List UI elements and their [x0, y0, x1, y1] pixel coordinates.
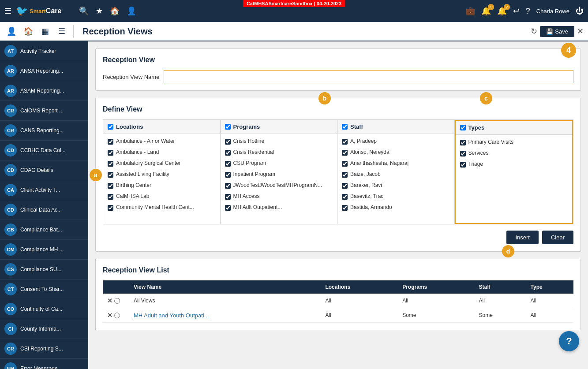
staff-checkbox-1[interactable] — [342, 150, 348, 156]
profile-icon[interactable]: 👤 — [127, 6, 136, 16]
row-name-link-1[interactable]: MH Adult and Youth Outpati... — [134, 312, 209, 319]
list-item[interactable]: Ananthashesha, Nagaraj — [337, 158, 454, 169]
sidebar-item-client-activity[interactable]: CA Client Activity T... — [0, 180, 88, 200]
list-item[interactable]: MH Adlt Outpatient... — [221, 202, 337, 213]
prog-checkbox-0[interactable] — [225, 139, 231, 145]
list-item[interactable]: Primary Care Visits — [456, 137, 573, 148]
staff-checkbox-5[interactable] — [342, 194, 348, 200]
types-all-checkbox[interactable] — [460, 125, 466, 130]
delete-row-1[interactable]: ✕ — [107, 312, 112, 319]
sidebar-item-ccbhc[interactable]: CD CCBHC Data Col... — [0, 141, 88, 160]
col-header-programs: Programs — [398, 280, 474, 294]
sidebar-item-cans[interactable]: CR CANS Reporting... — [0, 121, 88, 141]
loc-checkbox-1[interactable] — [108, 150, 113, 156]
notification-icon-2[interactable]: 🔔 2 — [497, 6, 507, 16]
insert-button[interactable]: Insert — [506, 231, 539, 244]
staff-checkbox-2[interactable] — [342, 161, 348, 167]
loc-checkbox-6[interactable] — [108, 205, 113, 211]
favorites-icon[interactable]: ★ — [96, 6, 103, 16]
list-item[interactable]: JWoodTestJWoodTestMHProgramN... — [221, 180, 337, 191]
help-icon[interactable]: ? — [526, 7, 530, 16]
search-icon[interactable]: 🔍 — [79, 6, 89, 16]
sidebar-item-csi[interactable]: CR CSI Reporting S... — [0, 339, 88, 359]
staff-checkbox-3[interactable] — [342, 172, 348, 178]
sidebar-item-compliance-mh[interactable]: CM Compliance MH ... — [0, 240, 88, 260]
list-item[interactable]: Baraker, Ravi — [337, 180, 454, 191]
sidebar-item-cdag[interactable]: CD CDAG Details — [0, 160, 88, 180]
prog-checkbox-3[interactable] — [225, 172, 231, 178]
nav-list-icon[interactable]: ☰ — [55, 24, 69, 38]
help-fab-button[interactable]: ? — [559, 331, 579, 351]
nav-person-icon[interactable]: 👤 — [4, 24, 19, 38]
notification-icon-1[interactable]: 🔔 1 — [481, 6, 491, 16]
loc-checkbox-0[interactable] — [108, 139, 113, 145]
type-checkbox-2[interactable] — [460, 162, 466, 168]
loc-checkbox-3[interactable] — [108, 172, 113, 178]
loc-checkbox-5[interactable] — [108, 194, 113, 200]
list-item[interactable]: Triage — [456, 159, 573, 170]
prog-checkbox-2[interactable] — [225, 161, 231, 167]
save-button[interactable]: 💾 Save — [540, 26, 574, 37]
sidebar-item-clinical[interactable]: CD Clinical Data Ac... — [0, 200, 88, 220]
sidebar-item-consent[interactable]: CT Consent To Shar... — [0, 280, 88, 299]
nav-grid-icon[interactable]: ▦ — [38, 24, 52, 38]
sidebar-item-error[interactable]: EM Error Messsage ... — [0, 359, 88, 369]
hamburger-menu[interactable]: ☰ — [4, 6, 11, 16]
type-checkbox-0[interactable] — [460, 140, 466, 145]
user-name[interactable]: Charla Rowe — [536, 8, 569, 15]
row-locations-1: All — [321, 308, 398, 323]
list-item[interactable]: Services — [456, 148, 573, 159]
prog-checkbox-4[interactable] — [225, 183, 231, 189]
programs-all-checkbox[interactable] — [225, 124, 231, 130]
list-item[interactable]: Ambulance - Air or Water — [103, 136, 220, 147]
list-item[interactable]: Ambulance - Land — [103, 147, 220, 158]
clear-button[interactable]: Clear — [542, 231, 573, 244]
list-item[interactable]: MH Access — [221, 191, 337, 202]
staff-checkbox-0[interactable] — [342, 139, 348, 145]
list-item[interactable]: Inpatient Program — [221, 169, 337, 180]
list-item[interactable]: CalMHSA Lab — [103, 191, 220, 202]
loc-checkbox-4[interactable] — [108, 183, 113, 189]
list-item[interactable]: Crisis Hotline — [221, 136, 337, 147]
list-item[interactable]: Community Mental Health Cent... — [103, 202, 220, 213]
home-icon[interactable]: 🏠 — [110, 6, 120, 16]
select-row-0[interactable] — [114, 298, 120, 304]
loc-checkbox-2[interactable] — [108, 161, 113, 167]
list-item[interactable]: A, Pradeep — [337, 136, 454, 147]
list-item[interactable]: Assisted Living Facility — [103, 169, 220, 180]
prog-checkbox-1[interactable] — [225, 150, 231, 156]
delete-row-0[interactable]: ✕ — [107, 297, 112, 304]
locations-all-checkbox[interactable] — [108, 124, 113, 130]
list-item[interactable]: Crisis Residential — [221, 147, 337, 158]
rv-name-input[interactable] — [164, 70, 573, 83]
list-item[interactable]: Bastida, Armando — [337, 202, 454, 213]
select-row-1[interactable] — [114, 313, 120, 318]
sidebar-item-county[interactable]: CI County Informa... — [0, 319, 88, 339]
nav-home-icon[interactable]: 🏠 — [21, 24, 35, 38]
sidebar-item-continuity[interactable]: CO Continuity of Ca... — [0, 299, 88, 319]
list-item[interactable]: Birthing Center — [103, 180, 220, 191]
type-checkbox-1[interactable] — [460, 151, 466, 157]
staff-checkbox-4[interactable] — [342, 183, 348, 189]
staff-all-checkbox[interactable] — [342, 124, 348, 130]
history-icon[interactable]: ↩ — [513, 6, 520, 16]
prog-checkbox-5[interactable] — [225, 194, 231, 200]
list-item[interactable]: Alonso, Nereyda — [337, 147, 454, 158]
list-item[interactable]: Baize, Jacob — [337, 169, 454, 180]
sidebar-item-asam[interactable]: AR ASAM Reporting... — [0, 81, 88, 101]
sidebar-item-activity-tracker[interactable]: AT Activity Tracker — [0, 41, 88, 61]
power-icon[interactable]: ⏻ — [576, 7, 584, 16]
sidebar-item-ansa[interactable]: AR ANSA Reporting... — [0, 61, 88, 81]
refresh-button[interactable]: ↻ — [531, 26, 537, 36]
sidebar-item-caloms[interactable]: CR CalOMS Report ... — [0, 101, 88, 121]
sidebar-item-compliance-su[interactable]: CS Compliance SU... — [0, 260, 88, 280]
list-item[interactable]: Ambulatory Surgical Center — [103, 158, 220, 169]
sidebar-item-compliance-bat[interactable]: CB Compliance Bat... — [0, 220, 88, 240]
row-name-0: All Views — [129, 294, 321, 308]
list-item[interactable]: Basevitz, Traci — [337, 191, 454, 202]
staff-checkbox-6[interactable] — [342, 205, 348, 211]
list-item[interactable]: CSU Program — [221, 158, 337, 169]
prog-checkbox-6[interactable] — [225, 205, 231, 211]
close-button[interactable]: ✕ — [577, 26, 584, 36]
briefcase-icon[interactable]: 💼 — [465, 6, 475, 16]
